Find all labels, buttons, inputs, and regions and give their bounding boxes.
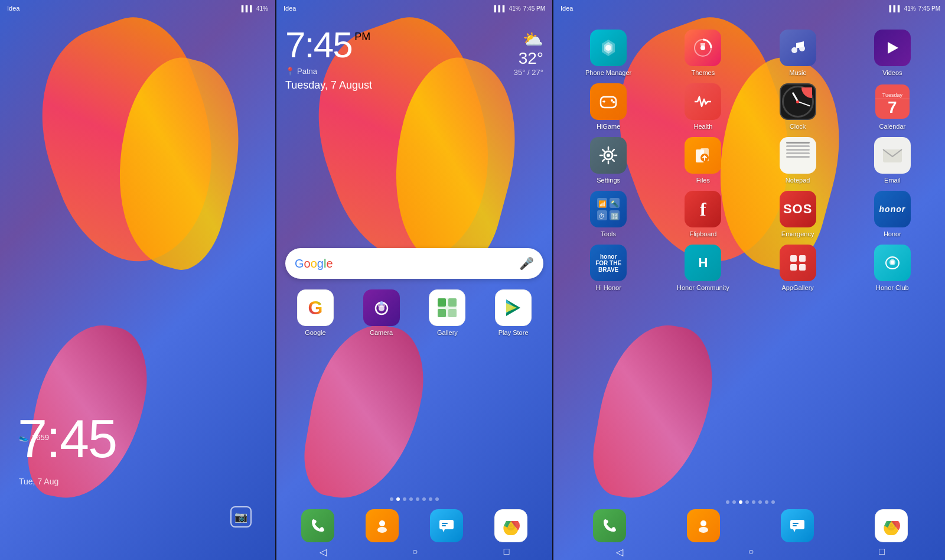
- phone-manager-icon: [590, 30, 627, 66]
- apps-dot-1: [726, 500, 729, 504]
- flipboard-label: Flipboard: [689, 230, 716, 237]
- apps-dot-6: [758, 500, 762, 504]
- svg-point-12: [379, 520, 385, 526]
- app-appgallery[interactable]: AppGallery: [752, 245, 844, 291]
- apps-dock-messages[interactable]: [781, 509, 814, 542]
- app-calendar[interactable]: Tuesday 7 Calendar: [846, 83, 939, 130]
- dot-2: [396, 497, 400, 501]
- svg-point-21: [605, 45, 611, 51]
- apps-dock: [562, 509, 939, 542]
- google-app-icon: G: [297, 289, 334, 326]
- lock-status-icons: ▌▌▌ 41%: [242, 5, 268, 12]
- app-videos[interactable]: Videos: [846, 30, 939, 76]
- tools-icon: 📶 🔦 ⏱ 🔢: [590, 191, 627, 227]
- lock-date: Tue, 7 Aug: [19, 477, 58, 486]
- nav-recents[interactable]: □: [504, 546, 510, 557]
- nav-back[interactable]: ◁: [320, 546, 327, 558]
- app-hihonor[interactable]: honorFOR THE BRAVE Hi Honor: [562, 245, 654, 291]
- dot-4: [409, 497, 413, 501]
- app-sos[interactable]: SOS Emergency: [752, 191, 844, 237]
- svg-point-50: [700, 520, 706, 526]
- dock-messages[interactable]: [430, 509, 463, 542]
- app-honor-community[interactable]: H Honor Community: [657, 245, 749, 291]
- sos-label: Emergency: [781, 230, 814, 237]
- app-honor[interactable]: honor Honor: [846, 191, 939, 237]
- gallery-app-icon: [429, 289, 465, 326]
- clock-red-corner: [801, 87, 812, 98]
- hihonor-text: honorFOR THE BRAVE: [590, 253, 627, 273]
- app-higame[interactable]: HiGame: [562, 83, 654, 130]
- svg-rect-45: [790, 255, 797, 262]
- home-time-status: 7:45 PM: [523, 5, 545, 12]
- playstore-app-label: Play Store: [498, 329, 529, 336]
- home-signal-icon: ▌▌▌: [494, 5, 506, 12]
- higame-label: HiGame: [597, 123, 620, 130]
- dock-phone[interactable]: [301, 509, 334, 542]
- home-carrier: Idea: [284, 5, 296, 12]
- videos-icon: [874, 30, 911, 66]
- app-gallery[interactable]: Gallery: [421, 289, 474, 336]
- apps-dock-phone[interactable]: [593, 509, 626, 542]
- app-flipboard[interactable]: f Flipboard: [657, 191, 749, 237]
- svg-point-13: [377, 527, 387, 533]
- svg-text:⏱: ⏱: [598, 213, 605, 220]
- settings-icon: [590, 137, 627, 174]
- app-playstore[interactable]: Play Store: [487, 289, 540, 336]
- svg-rect-47: [790, 264, 797, 271]
- home-weather-widget: ⛅ 32° 35° / 27°: [514, 30, 543, 77]
- home-app-row: G Google Camera Gallery Play Store: [282, 289, 546, 336]
- google-search-bar[interactable]: Google 🎤: [285, 248, 543, 279]
- sos-text: SOS: [783, 201, 812, 217]
- apps-nav-recents[interactable]: □: [879, 546, 885, 557]
- dock-chrome[interactable]: [494, 509, 527, 542]
- app-settings[interactable]: Settings: [562, 137, 654, 184]
- email-icon: [874, 137, 911, 174]
- svg-rect-16: [442, 523, 448, 524]
- home-screen-panel: Idea ▌▌▌ 41% 7:45 PM 7:45 PM 📍 Patna Tue…: [276, 0, 552, 560]
- apps-nav-back[interactable]: ◁: [616, 546, 623, 558]
- apps-status-bar: Idea ▌▌▌ 41% 7:45 PM: [553, 0, 945, 17]
- nav-home[interactable]: ○: [412, 546, 418, 557]
- app-themes[interactable]: Themes: [657, 30, 749, 76]
- honor-club-icon: [874, 245, 911, 281]
- google-logo: Google: [295, 257, 333, 271]
- app-files[interactable]: Files: [657, 137, 749, 184]
- svg-text:📶: 📶: [598, 200, 607, 208]
- lock-time: 7:45: [18, 412, 116, 465]
- svg-marker-26: [888, 42, 898, 54]
- app-tools[interactable]: 📶 🔦 ⏱ 🔢 Tools: [562, 191, 654, 237]
- app-honor-club[interactable]: Honor Club: [846, 245, 939, 291]
- apps-nav-home[interactable]: ○: [748, 546, 754, 557]
- notepad-line-5: [786, 156, 810, 158]
- app-notepad[interactable]: Notepad: [752, 137, 844, 184]
- svg-text:🔦: 🔦: [611, 200, 619, 208]
- notepad-line-1: [786, 142, 810, 144]
- lock-camera-button[interactable]: 📷: [230, 506, 252, 528]
- honor-text: honor: [879, 204, 906, 214]
- dock-contacts[interactable]: [366, 509, 399, 542]
- videos-label: Videos: [882, 69, 902, 76]
- files-label: Files: [696, 177, 710, 184]
- apps-dock-contacts[interactable]: [687, 509, 720, 542]
- app-google[interactable]: G Google: [289, 289, 342, 336]
- dot-7: [429, 497, 432, 501]
- apps-dock-chrome[interactable]: [875, 509, 908, 542]
- clock-center-dot: [796, 100, 799, 103]
- google-mic-button[interactable]: 🎤: [519, 256, 534, 271]
- health-icon: [685, 83, 721, 120]
- app-email[interactable]: Email: [846, 137, 939, 184]
- lock-screen-panel: Idea ▌▌▌ 41% 👟 3659 7:45 Tue, 7 Aug 📷: [0, 0, 275, 560]
- svg-point-30: [611, 99, 613, 102]
- hihonor-label: Hi Honor: [595, 284, 621, 291]
- home-battery: 41%: [509, 5, 521, 12]
- app-camera[interactable]: Camera: [355, 289, 408, 336]
- svg-rect-14: [439, 520, 454, 529]
- svg-rect-52: [790, 520, 804, 529]
- app-health[interactable]: Health: [657, 83, 749, 130]
- app-music[interactable]: Music: [752, 30, 844, 76]
- app-clock[interactable]: Clock: [752, 83, 844, 130]
- camera-app-label: Camera: [370, 329, 393, 336]
- app-phone-manager[interactable]: Phone Manager: [562, 30, 654, 76]
- clock-label: Clock: [790, 123, 806, 130]
- svg-rect-29: [604, 100, 605, 103]
